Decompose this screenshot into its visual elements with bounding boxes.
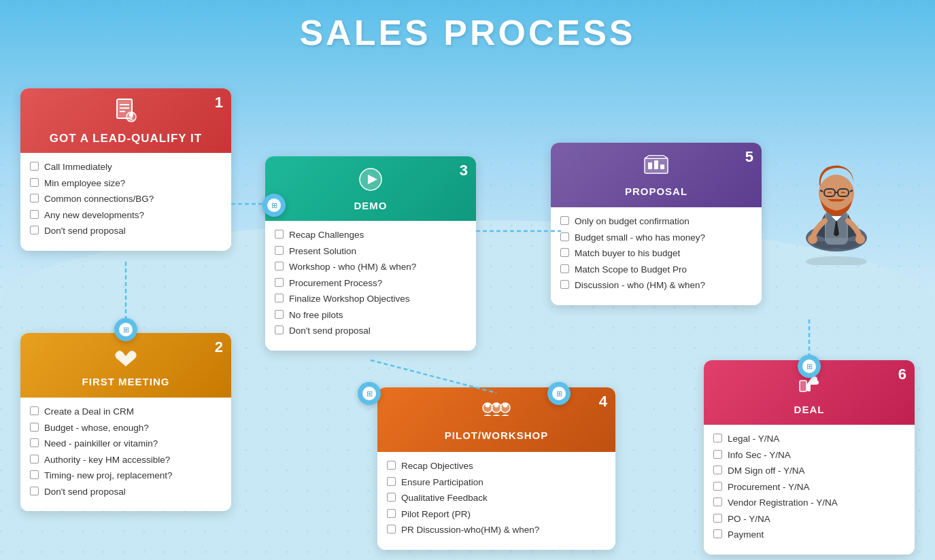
list-item: Match Scope to Budget Pro	[560, 264, 752, 276]
card-1-number: 1	[215, 94, 223, 111]
card-pilot-workshop: 4 PILOT/WORKSHOP Recap Object	[377, 387, 615, 550]
card-5-title: PROPOSAL	[625, 186, 687, 197]
connector-node-2: ⊞	[262, 194, 286, 217]
list-item: Authority - key HM accessible?	[30, 454, 222, 466]
list-item: Present Solution	[275, 245, 466, 258]
card-3-icon	[358, 167, 383, 197]
svg-point-18	[503, 403, 508, 408]
list-item: Ensure Participation	[387, 476, 606, 489]
card-first-meeting: 2 FIRST MEETING Create a Deal in CRM Bud…	[20, 333, 231, 511]
list-item: Vendor Registration - Y/NA	[713, 497, 905, 509]
card-2-icon	[111, 345, 141, 373]
list-item: Recap Objectives	[387, 460, 606, 472]
card-1-title: GOT A LEAD-QUALIFY IT	[50, 132, 202, 145]
card-4-icon	[481, 400, 512, 427]
list-item: Procurement Process?	[275, 277, 466, 290]
card-2-title: FIRST MEETING	[82, 376, 170, 387]
connector-node-4: ⊞	[547, 382, 571, 405]
connector-node-3: ⊞	[358, 382, 381, 405]
list-item: Budget small - who has money?	[560, 232, 752, 244]
card-proposal: 5 PROPOSAL Only on budget confirmation	[551, 143, 762, 305]
list-item: Don't send proposal	[30, 225, 222, 237]
card-2-number: 2	[215, 338, 223, 356]
list-item: Create a Deal in CRM	[30, 406, 222, 418]
svg-rect-20	[648, 162, 652, 169]
list-item: Call Immediately	[30, 161, 222, 173]
list-item: Only on budget confirmation	[560, 215, 752, 228]
list-item: Need - painkiller or vitamin?	[30, 438, 222, 450]
card-6-title: DEAL	[794, 404, 825, 415]
svg-rect-21	[654, 160, 658, 169]
card-2-body: Create a Deal in CRM Budget - whose, eno…	[20, 398, 231, 511]
list-item: Pilot Report (PR)	[387, 508, 606, 521]
list-item: Payment	[713, 529, 905, 541]
list-item: Legal - Y/NA	[713, 433, 905, 445]
card-1-body: Call Immediately Min employee size? Comm…	[20, 153, 231, 251]
card-demo: 3 DEMO Recap Challenges Present Solution…	[265, 156, 476, 351]
list-item: Match buyer to his budget	[560, 247, 752, 260]
svg-point-16	[494, 403, 499, 408]
list-item: Timing- new proj, replacement?	[30, 470, 222, 482]
svg-rect-22	[660, 164, 664, 169]
svg-point-38	[808, 234, 817, 244]
list-item: Budget - whose, enough?	[30, 422, 222, 434]
list-item: Qualitative Feedback	[387, 492, 606, 504]
card-3-number: 3	[460, 162, 468, 179]
list-item: No free pilots	[275, 309, 466, 321]
page-title: SALES PROCESS	[0, 0, 935, 53]
card-3-body: Recap Challenges Present Solution Worksh…	[265, 221, 476, 351]
list-item: PR Discussion-who(HM) & when?	[387, 524, 606, 536]
connector-node-5: ⊞	[798, 355, 821, 378]
card-6-body: Legal - Y/NA Info Sec - Y/NA DM Sign off…	[704, 425, 915, 555]
card-6-number: 6	[898, 366, 906, 383]
card-5-number: 5	[745, 148, 753, 166]
card-deal: 6 DEAL Legal - Y/NA Info Sec - Y/NA DM S…	[704, 360, 915, 555]
svg-point-27	[806, 256, 867, 265]
svg-point-39	[855, 234, 865, 244]
meditation-figure	[785, 129, 887, 265]
list-item: Recap Challenges	[275, 229, 466, 241]
list-item: Workshop - who (HM) & when?	[275, 261, 466, 273]
list-item: Finalize Workshop Objectives	[275, 293, 466, 305]
list-item: Don't send proposal	[275, 325, 466, 337]
card-3-title: DEMO	[354, 200, 388, 211]
svg-point-10	[129, 113, 133, 117]
list-item: PO - Y/NA	[713, 513, 905, 525]
card-1-icon	[113, 98, 139, 129]
card-4-body: Recap Objectives Ensure Participation Qu…	[377, 452, 615, 550]
card-4-number: 4	[599, 393, 607, 410]
list-item: Don't send proposal	[30, 486, 222, 498]
svg-point-14	[486, 403, 490, 408]
card-qualify: 1 GOT A LEAD-QUALIFY IT Call Immediately	[20, 88, 231, 251]
list-item: Common connections/BG?	[30, 193, 222, 205]
list-item: DM Sign off - Y/NA	[713, 465, 905, 477]
svg-rect-26	[800, 381, 806, 391]
list-item: Any new developments?	[30, 209, 222, 222]
connector-node-1: ⊞	[114, 318, 137, 341]
card-5-body: Only on budget confirmation Budget small…	[551, 207, 762, 305]
list-item: Procurement - Y/NA	[713, 481, 905, 493]
list-item: Min employee size?	[30, 177, 222, 190]
card-4-title: PILOT/WORKSHOP	[445, 430, 548, 441]
card-5-icon	[643, 154, 669, 183]
list-item: Discussion - who (HM) & when?	[560, 279, 752, 292]
list-item: Info Sec - Y/NA	[713, 449, 905, 461]
